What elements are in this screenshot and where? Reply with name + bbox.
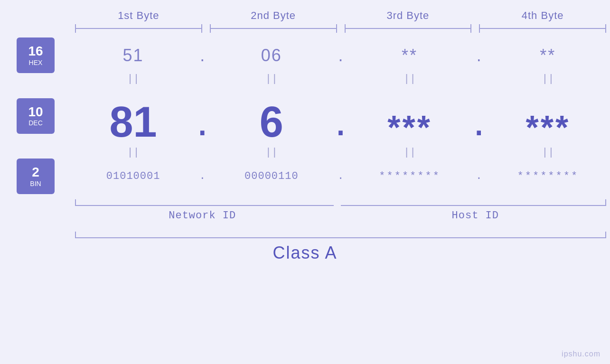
watermark: ipshu.com [562, 350, 601, 358]
class-bracket [75, 229, 606, 238]
bin-val-1: 01010001 [106, 170, 160, 182]
host-bracket-right-edge [605, 199, 606, 206]
class-bracket-right-edge [605, 232, 606, 238]
eq2-cell-1: || [71, 147, 195, 159]
dec-label-box: 10 DEC [17, 98, 55, 134]
bin-row: 2 BIN 01010001 . 00000110 . ******** . *… [0, 159, 610, 194]
bin-byte-1: 01010001 [71, 170, 195, 182]
hex-byte-4: ** [486, 46, 610, 65]
dec-dot-1: . [195, 99, 209, 147]
dec-val-4: *** [526, 109, 571, 147]
main-container: 1st Byte 2nd Byte 3rd Byte 4th Byte 16 H… [0, 0, 610, 364]
bracket-4 [479, 24, 606, 33]
bracket-2 [210, 24, 337, 33]
network-bracket [71, 196, 334, 206]
hex-number: 16 [28, 44, 43, 59]
bracket-3 [345, 24, 472, 33]
hex-val-4: ** [540, 46, 556, 65]
network-id-label: Network ID [71, 210, 334, 222]
byte-headers-row: 1st Byte 2nd Byte 3rd Byte 4th Byte [0, 9, 610, 22]
bin-val-2: 00000110 [244, 170, 299, 182]
hex-dot-1: . [195, 46, 209, 65]
eq1-3: || [404, 73, 416, 85]
dec-byte-2: 6 [209, 85, 333, 147]
eq2-4: || [542, 147, 554, 159]
hex-dot-2: . [334, 46, 348, 65]
hex-row: 16 HEX 51 . 06 . ** . ** [0, 37, 610, 73]
dec-byte-3: *** [348, 85, 472, 147]
bin-byte-4: ******** [486, 170, 610, 182]
eq1-cell-1: || [71, 73, 195, 85]
hex-label-slot: 16 HEX [0, 37, 71, 73]
equals-row-2: || || || || [0, 147, 610, 159]
dec-byte-1: 81 [71, 85, 195, 147]
eq2-cell-3: || [348, 147, 472, 159]
byte-header-2: 2nd Byte [206, 9, 341, 22]
bin-label-box: 2 BIN [17, 159, 55, 194]
dec-dot-3: . [472, 99, 486, 147]
eq2-cell-2: || [209, 147, 333, 159]
dec-val-3: *** [387, 109, 432, 147]
bin-val-4: ******** [517, 170, 579, 182]
bin-label-slot: 2 BIN [0, 159, 71, 194]
dec-data-row: 81 . 6 . *** . *** [71, 85, 610, 147]
equals-row-1: || || || || [0, 73, 610, 85]
dec-val-2: 6 [260, 98, 283, 147]
bin-byte-2: 00000110 [209, 170, 333, 182]
hex-byte-3: ** [348, 46, 472, 65]
equals-data-2: || || || || [71, 147, 610, 159]
dec-dot-2: . [334, 99, 348, 147]
hex-val-1: 51 [123, 46, 144, 65]
dec-number: 10 [28, 105, 43, 120]
equals-data-1: || || || || [71, 73, 610, 85]
eq1-cell-4: || [486, 73, 610, 85]
bin-base: BIN [30, 180, 41, 187]
dec-byte-4: *** [486, 85, 610, 147]
hex-label-box: 16 HEX [17, 37, 55, 73]
hex-val-2: 06 [261, 46, 282, 65]
dec-base: DEC [28, 119, 43, 127]
dec-row: 10 DEC 81 . 6 . *** . *** [0, 85, 610, 147]
byte-header-1: 1st Byte [71, 9, 206, 22]
eq1-4: || [542, 73, 554, 85]
bin-dot-3: . [472, 170, 486, 182]
host-id-label: Host ID [341, 210, 610, 222]
eq2-cell-4: || [486, 147, 610, 159]
hex-dot-3: . [472, 46, 486, 65]
bin-val-3: ******** [379, 170, 441, 182]
bin-data-row: 01010001 . 00000110 . ******** . *******… [71, 170, 610, 182]
bin-byte-3: ******** [348, 170, 472, 182]
id-labels-row: Network ID Host ID [0, 210, 610, 222]
byte-header-3: 3rd Byte [341, 9, 476, 22]
eq1-1: || [127, 73, 139, 85]
eq1-cell-2: || [209, 73, 333, 85]
bracket-1 [75, 24, 202, 33]
host-bracket [341, 196, 610, 206]
hex-data-row: 51 . 06 . ** . ** [71, 46, 610, 65]
byte-header-4: 4th Byte [475, 9, 610, 22]
dec-val-1: 81 [110, 98, 157, 147]
bottom-bracket-area [0, 196, 610, 206]
eq1-2: || [265, 73, 278, 85]
eq2-3: || [404, 147, 416, 159]
top-bracket-row [0, 24, 610, 33]
hex-val-3: ** [402, 46, 418, 65]
bin-dot-2: . [334, 170, 348, 182]
bin-dot-1: . [195, 170, 209, 182]
class-label: Class A [272, 243, 337, 263]
hex-byte-2: 06 [209, 46, 333, 65]
bin-number: 2 [32, 165, 39, 180]
eq1-cell-3: || [348, 73, 472, 85]
hex-byte-1: 51 [71, 46, 195, 65]
class-bracket-area [0, 229, 610, 238]
dec-label-slot: 10 DEC [0, 98, 71, 134]
eq2-1: || [127, 147, 139, 159]
eq2-2: || [265, 147, 278, 159]
hex-base: HEX [29, 59, 43, 66]
